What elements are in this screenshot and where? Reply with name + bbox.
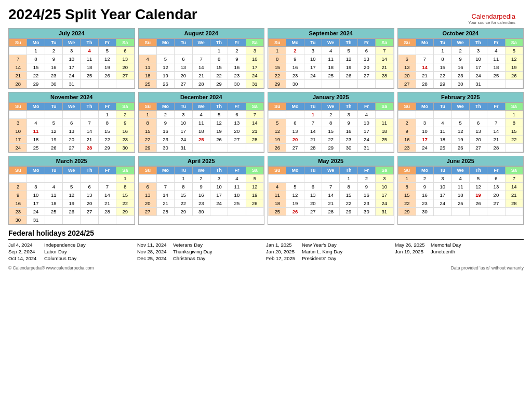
weekday-header: Mo [156,103,174,111]
calendar-day: 5 [505,47,523,55]
calendar-day: 19 [451,136,469,144]
calendar-day: 10 [175,119,192,127]
calendar-day: 9 [116,119,134,127]
calendar-day: 22 [505,136,523,144]
calendar-day: 16 [9,199,27,208]
calendar-day: 27 [63,144,81,152]
calendar-august-2024: August 2024SuMoTuWeThFrSa123456789101112… [138,28,265,89]
calendar-day: 25 [434,144,451,152]
calendar-day: 15 [139,127,156,136]
weekday-header: Mo [27,39,45,47]
calendar-day: 4 [27,119,45,127]
calendar-day: 8 [210,55,228,63]
calendar-day: 3 [27,183,45,191]
calendar-day: 7 [246,111,263,119]
weekday-header: We [451,167,469,174]
holiday-column: Jan 1, 2025New Year's DayJan 20, 2025Mar… [266,242,395,262]
calendar-day: 28 [376,72,393,80]
calendar-day: 8 [322,119,340,127]
holiday-date: Jun 19, 2025 [395,249,429,254]
calendar-day: 24 [175,136,192,144]
calendar-day: 16 [340,127,357,136]
calendar-day [269,111,286,119]
calendar-day: 6 [81,183,98,191]
holiday-column: May 26, 2025Memorial DayJun 19, 2025June… [395,242,524,262]
calendars-grid: July 2024SuMoTuWeThFrSa12345678910111213… [8,28,524,225]
weekday-header: Fr [98,167,116,174]
calendar-day: 22 [210,72,228,80]
calendar-may-2025: May 2025SuMoTuWeThFrSa123456789101112131… [268,156,394,225]
weekday-header: Mo [27,103,45,111]
calendar-day: 20 [175,72,192,80]
calendar-october-2024: October 2024SuMoTuWeThFrSa12345678910111… [397,28,524,89]
calendar-day: 28 [505,199,523,208]
calendar-day: 1 [505,111,523,119]
calendar-day: 17 [27,199,45,208]
holiday-name: Memorial Day [431,242,461,248]
calendar-day: 23 [228,72,246,80]
calendar-day [286,174,304,183]
calendar-day: 31 [376,208,393,216]
calendar-header: August 2024 [139,29,264,38]
calendar-day: 7 [376,47,393,55]
weekday-header: We [192,103,210,111]
calendar-day: 27 [175,80,192,88]
weekday-header: Su [9,103,27,111]
page-title: 2024/25 Split Year Calendar [8,6,524,23]
calendar-day: 10 [357,119,375,127]
calendar-day: 19 [469,191,487,199]
calendar-day: 19 [340,63,357,72]
calendar-day: 3 [304,47,322,55]
calendar-day: 7 [322,183,340,191]
calendar-day: 18 [81,63,98,72]
weekday-header: Th [81,103,98,111]
calendar-day: 19 [63,199,81,208]
calendar-day: 9 [357,183,375,191]
weekday-header: Su [9,167,27,174]
weekday-header: Sa [116,167,134,174]
calendar-day: 3 [175,111,192,119]
weekday-header: Mo [286,167,304,174]
calendar-day: 22 [269,72,286,80]
calendar-day: 12 [451,127,469,136]
calendar-header: July 2024 [9,29,135,38]
calendar-day [469,208,487,216]
weekday-header: Th [469,39,487,47]
calendar-day: 9 [156,119,174,127]
calendar-day: 23 [9,208,27,216]
holiday-name: Presidents' Day [302,255,336,261]
calendar-table: SuMoTuWeThFrSa12345678910111213141516171… [9,102,135,152]
calendar-day: 17 [416,136,433,144]
calendar-day: 8 [175,183,192,191]
calendar-day [398,111,416,119]
calendar-day: 1 [210,47,228,55]
calendar-day: 28 [322,208,340,216]
calendar-day: 16 [192,191,210,199]
calendar-day: 8 [116,183,134,191]
footer: © Calendarpedia® www.calendarpedia.com D… [8,265,524,271]
calendar-day [416,111,433,119]
calendar-day: 13 [63,127,81,136]
calendar-day: 24 [27,208,45,216]
calendar-day [9,111,27,119]
calendar-day: 5 [63,183,81,191]
calendar-day: 15 [27,63,45,72]
calendar-table: SuMoTuWeThFrSa12345678910111213141516171… [398,102,524,152]
calendar-day: 12 [505,55,523,63]
calendar-day [63,174,81,183]
calendar-header: April 2025 [139,156,264,166]
calendar-day: 25 [322,72,340,80]
holiday-row: May 26, 2025Memorial Day [395,242,524,248]
calendar-day: 2 [286,47,304,55]
weekday-header: Th [469,167,487,174]
calendar-day: 11 [487,55,505,63]
calendar-july-2024: July 2024SuMoTuWeThFrSa12345678910111213… [8,28,135,89]
calendar-day: 30 [286,80,304,88]
weekday-header: Sa [505,167,523,174]
calendar-table: SuMoTuWeThFrSa12345678910111213141516171… [268,38,394,88]
weekday-header: We [63,167,81,174]
calendar-table: SuMoTuWeThFrSa12345678910111213141516171… [268,166,394,216]
calendar-day: 29 [210,80,228,88]
calendar-day: 2 [116,111,134,119]
calendar-day: 2 [156,111,174,119]
